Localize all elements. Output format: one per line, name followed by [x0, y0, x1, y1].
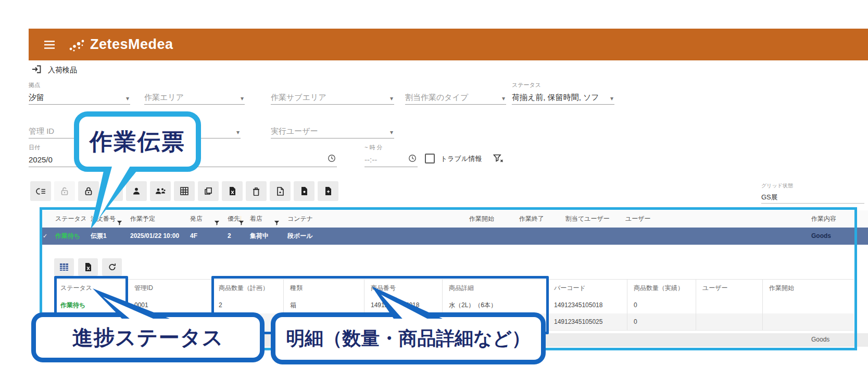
cell-priority: 2 — [222, 228, 245, 245]
filter-funnel-icon[interactable] — [238, 216, 244, 228]
lock-button[interactable] — [78, 181, 99, 201]
cell-item-work-start — [763, 297, 854, 313]
status-select[interactable]: ステータス 荷揃え前, 保留時間, ソフト... — [512, 82, 614, 105]
chevron-down-icon — [236, 129, 240, 136]
col-qty-actual[interactable]: 商品数量（実績） — [627, 280, 696, 297]
col-item-user[interactable]: ユーザー — [696, 280, 763, 297]
copy-button[interactable] — [198, 181, 219, 201]
trouble-info-label: トラブル情報 — [441, 154, 482, 163]
assigned-work-type-placeholder: 割当作業のタイプ — [405, 92, 506, 103]
cell-barcode: 14912345105025 — [548, 313, 627, 330]
trash-button[interactable] — [246, 181, 267, 201]
cell-work-content: Goods — [806, 228, 868, 245]
grid-state-label: グリッド状態 — [761, 182, 864, 190]
work-slip-callout: 作業伝票 — [74, 111, 201, 172]
cell-scheduled: 2025/01/22 10:00 — [125, 228, 185, 245]
col-destination[interactable]: 着店 — [245, 210, 282, 228]
site-select[interactable]: 拠点 汐留 — [29, 82, 130, 105]
col-user[interactable]: ユーザー — [620, 210, 806, 228]
status-label: ステータス — [512, 82, 614, 89]
chevron-down-icon — [610, 95, 613, 102]
cell-qty-actual: 0 — [627, 297, 696, 313]
grid-button[interactable] — [174, 181, 195, 201]
list-settings-button[interactable] — [30, 181, 51, 201]
detail-items-callout: 明細（数量・商品詳細など） — [271, 312, 546, 364]
filter-funnel-icon[interactable] — [214, 216, 220, 228]
items-table-header: ステータス 管理ID 商品数量（計画） 種類 商品番号 商品詳細 バーコード 商… — [54, 279, 854, 298]
cell-assigned-user — [560, 228, 620, 245]
chevron-down-icon — [390, 95, 393, 102]
item-row[interactable]: 作業待ち 0001 2 箱 14912345105018 水（2L）（6本） 1… — [54, 297, 854, 314]
grid-state-select[interactable]: グリッド状態 GS展 — [761, 182, 864, 204]
cell-item-status: 作業待ち — [54, 297, 128, 313]
col-assigned-user[interactable]: 割当てユーザー — [560, 210, 620, 228]
col-status[interactable]: ステータス — [52, 210, 85, 228]
chevron-down-icon — [502, 95, 505, 102]
cell-qty-planned: 2 — [212, 297, 284, 313]
cell-qty-actual: 0 — [627, 313, 696, 330]
cell-item-work-start — [763, 313, 854, 330]
file-excel-button[interactable] — [78, 258, 98, 276]
col-qty-planned[interactable]: 商品数量（計画） — [212, 280, 284, 297]
page-title: 入荷検品 — [48, 66, 77, 75]
table-columns-button[interactable] — [54, 258, 74, 276]
time-range-input[interactable]: ~ 時 分 --:-- — [364, 144, 418, 167]
refresh-button[interactable] — [102, 258, 122, 276]
trouble-info-row: トラブル情報 — [425, 154, 504, 163]
exec-user-select[interactable]: 実行ユーザー — [271, 116, 394, 138]
cell-origin: 4F — [185, 228, 222, 245]
site-value: 汐留 — [29, 92, 130, 103]
col-item-status[interactable]: ステータス — [54, 280, 128, 297]
col-priority[interactable]: 優先度 — [222, 210, 245, 228]
file-dark-button[interactable] — [294, 181, 315, 201]
cell-barcode: 14912345105018 — [548, 297, 627, 313]
users-button[interactable] — [150, 181, 171, 201]
work-slip-callout-text: 作業伝票 — [90, 127, 185, 157]
chevron-down-icon — [390, 129, 393, 136]
filter-funnel-icon[interactable] — [274, 216, 280, 228]
work-area-select[interactable]: 作業エリア — [144, 82, 245, 105]
assigned-work-type-select[interactable]: 割当作業のタイプ — [405, 82, 506, 105]
cell-kind: 箱 — [284, 297, 364, 313]
col-work-end[interactable]: 作業終了 — [514, 210, 560, 228]
page-title-row: 入荷検品 — [31, 65, 77, 76]
col-kind[interactable]: 種類 — [284, 280, 364, 297]
clock-icon[interactable] — [408, 154, 417, 165]
app-header: ZetesMedea — [29, 29, 868, 60]
file-button[interactable] — [270, 181, 291, 201]
cell-work-start — [464, 228, 514, 245]
work-subarea-placeholder: 作業サブエリア — [271, 92, 394, 103]
filter-funnel-icon[interactable] — [117, 216, 122, 228]
col-scheduled[interactable]: 作業予定 — [125, 210, 185, 228]
col-barcode[interactable]: バーコード — [548, 280, 627, 297]
clock-icon[interactable] — [328, 154, 336, 165]
status-value: 荷揃え前, 保留時間, ソフト... — [512, 92, 601, 103]
filter-clear-icon[interactable] — [493, 154, 504, 163]
col-order-no[interactable]: 注文番号 — [85, 210, 125, 228]
file-save-button[interactable] — [318, 181, 338, 201]
col-work-content[interactable]: 作業内容 — [806, 210, 868, 228]
order-row-selected[interactable]: ✓ 作業待ち 伝票1 2025/01/22 10:00 4F 2 集荷中 段ボー… — [41, 228, 868, 245]
col-item-detail[interactable]: 商品詳細 — [443, 280, 548, 297]
cell-order-no: 伝票1 — [85, 228, 125, 245]
orders-toolbar — [30, 181, 338, 201]
col-admin-id[interactable]: 管理ID — [128, 280, 212, 297]
hamburger-menu-icon[interactable] — [43, 40, 56, 49]
cell-container: 段ボール — [282, 228, 464, 245]
document-button[interactable] — [102, 181, 123, 201]
unlock-button[interactable] — [54, 181, 75, 201]
file-excel-button[interactable] — [222, 181, 243, 201]
cell-item-user — [696, 313, 763, 330]
orders-table-header: ステータス 注文番号 作業予定 発店 優先度 着店 コンテナ 作業開始 作業終了… — [41, 210, 868, 228]
col-item-work-start[interactable]: 作業開始 — [763, 280, 854, 297]
time-range-label: ~ 時 分 — [364, 144, 418, 151]
user-button[interactable] — [126, 181, 147, 201]
cell-user — [620, 228, 806, 245]
work-subarea-select[interactable]: 作業サブエリア — [271, 82, 394, 105]
col-container[interactable]: コンテナ — [282, 210, 464, 228]
cell-status: 作業待ち — [52, 228, 85, 245]
trouble-info-checkbox[interactable] — [425, 154, 435, 163]
col-origin[interactable]: 発店 — [185, 210, 222, 228]
col-work-start[interactable]: 作業開始 — [464, 210, 514, 228]
col-item-no[interactable]: 商品番号 — [364, 280, 443, 297]
